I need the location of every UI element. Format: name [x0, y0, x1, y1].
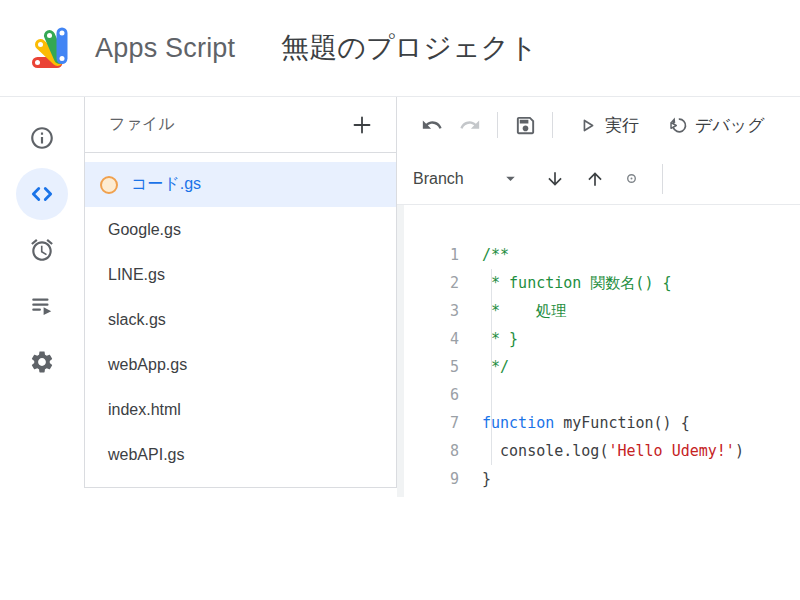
line-number: 2 — [404, 269, 459, 297]
code-text: * } — [482, 325, 518, 353]
file-item[interactable]: コード.gs — [85, 162, 396, 207]
code-token-comment: * } — [482, 330, 518, 348]
left-navigation-rail — [0, 97, 84, 497]
add-file-button[interactable] — [346, 109, 378, 141]
code-editor[interactable]: 1/**2 * function 関数名() {3 * 処理4 * }5 */6… — [397, 205, 800, 497]
project-title[interactable]: 無題のプロジェクト — [281, 29, 538, 67]
file-item[interactable]: slack.gs — [85, 297, 396, 342]
sidebar-item-executions[interactable] — [16, 280, 68, 332]
files-panel-header: ファイル — [85, 97, 396, 153]
debug-button-label: デバッグ — [695, 114, 765, 137]
chevron-down-icon[interactable] — [502, 170, 519, 187]
app-header: Apps Script 無題のプロジェクト — [0, 0, 800, 97]
code-token-comment: */ — [482, 358, 509, 376]
branch-selector[interactable]: Branch — [413, 170, 464, 188]
code-text: /** — [482, 241, 509, 269]
code-line[interactable]: 5 */ — [404, 353, 800, 381]
indent-guide — [491, 269, 492, 465]
code-text: function myFunction() { — [482, 409, 690, 437]
file-name: Google.gs — [108, 221, 181, 239]
line-number: 7 — [404, 409, 459, 437]
code-token-plain: } — [482, 470, 491, 488]
sidebar-item-overview[interactable] — [16, 112, 68, 164]
code-lines[interactable]: 1/**2 * function 関数名() {3 * 処理4 * }5 */6… — [404, 205, 800, 497]
run-button-label: 実行 — [605, 114, 639, 137]
code-line[interactable]: 4 * } — [404, 325, 800, 353]
code-token-comment: * function 関数名() { — [482, 274, 672, 292]
redo-button[interactable] — [451, 106, 489, 144]
code-token-string: 'Hello Udemy!' — [608, 442, 734, 460]
line-number: 1 — [404, 241, 459, 269]
code-line[interactable]: 8 console.log('Hello Udemy!') — [404, 437, 800, 465]
file-name: コード.gs — [131, 174, 201, 195]
play-icon — [577, 115, 598, 136]
code-line[interactable]: 1/** — [404, 241, 800, 269]
code-line[interactable]: 6 — [404, 381, 800, 409]
push-arrow-up-button[interactable] — [585, 169, 605, 189]
code-token-plain: myFunction() { — [554, 414, 689, 432]
file-item[interactable]: webAPI.gs — [85, 432, 396, 477]
editor-pane: 実行 デバッグ Branch 1/**2 * function 関数名() {3… — [397, 97, 800, 497]
file-item[interactable]: Google.gs — [85, 207, 396, 252]
sync-settings-icon[interactable] — [625, 172, 638, 185]
pull-arrow-down-button[interactable] — [545, 169, 565, 189]
file-name: webApp.gs — [108, 356, 187, 374]
executions-icon — [29, 293, 55, 319]
file-name: webAPI.gs — [108, 446, 184, 464]
code-token-plain: console.log( — [482, 442, 608, 460]
code-text: console.log('Hello Udemy!') — [482, 437, 744, 465]
files-panel: ファイル コード.gsGoogle.gsLINE.gsslack.gswebAp… — [84, 97, 397, 488]
undo-button[interactable] — [413, 106, 451, 144]
unsaved-dot-icon — [100, 176, 118, 194]
product-name: Apps Script — [95, 33, 235, 64]
sidebar-item-triggers[interactable] — [16, 224, 68, 276]
code-line[interactable]: 7function myFunction() { — [404, 409, 800, 437]
code-token-comment: /** — [482, 246, 509, 264]
code-icon — [29, 181, 55, 207]
debug-icon — [667, 115, 688, 136]
line-number: 6 — [404, 381, 459, 409]
file-name: index.html — [108, 401, 181, 419]
save-button[interactable] — [506, 106, 544, 144]
code-token-plain: ) — [735, 442, 744, 460]
code-text: */ — [482, 353, 509, 381]
code-token-keyword: function — [482, 414, 554, 432]
line-number: 8 — [404, 437, 459, 465]
branchbar-divider — [662, 164, 663, 194]
file-list: コード.gsGoogle.gsLINE.gsslack.gswebApp.gsi… — [85, 153, 396, 477]
file-item[interactable]: index.html — [85, 387, 396, 432]
code-text: * 処理 — [482, 297, 566, 325]
file-item[interactable]: webApp.gs — [85, 342, 396, 387]
debug-button[interactable]: デバッグ — [667, 114, 765, 137]
sidebar-item-settings[interactable] — [16, 336, 68, 388]
toolbar-divider — [497, 112, 498, 138]
editor-toolbar: 実行 デバッグ — [397, 97, 800, 153]
run-button[interactable]: 実行 — [577, 114, 639, 137]
line-number: 3 — [404, 297, 459, 325]
line-number: 4 — [404, 325, 459, 353]
code-line[interactable]: 9} — [404, 465, 800, 493]
apps-script-logo-icon — [28, 25, 80, 71]
code-text: * function 関数名() { — [482, 269, 672, 297]
line-number: 5 — [404, 353, 459, 381]
file-item[interactable]: LINE.gs — [85, 252, 396, 297]
code-line[interactable]: 3 * 処理 — [404, 297, 800, 325]
alarm-clock-icon — [29, 237, 55, 263]
toolbar-divider — [552, 112, 553, 138]
branch-toolbar: Branch — [397, 153, 800, 205]
line-number: 9 — [404, 465, 459, 493]
file-name: LINE.gs — [108, 266, 165, 284]
gear-icon — [29, 349, 55, 375]
file-name: slack.gs — [108, 311, 166, 329]
code-token-comment: * 処理 — [482, 302, 566, 320]
code-line[interactable]: 2 * function 関数名() { — [404, 269, 800, 297]
info-icon — [29, 125, 55, 151]
panel-splitter-handle[interactable] — [397, 205, 404, 497]
code-text: } — [482, 465, 491, 493]
files-panel-title: ファイル — [109, 114, 346, 135]
sidebar-item-editor[interactable] — [16, 168, 68, 220]
